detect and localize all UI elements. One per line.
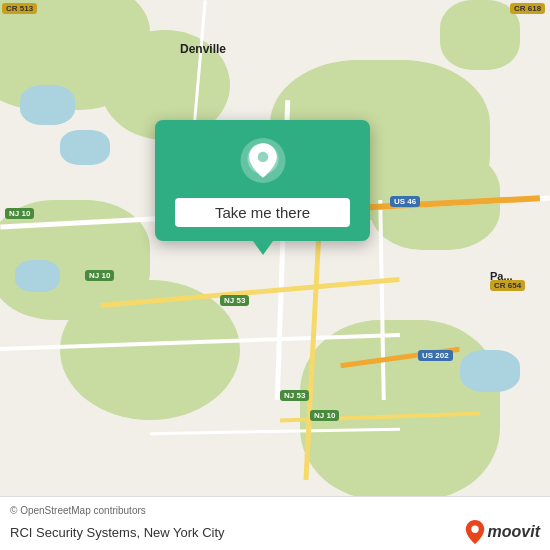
road-label-us46: US 46	[390, 196, 420, 206]
location-name: RCI Security Systems, New York City	[10, 525, 225, 540]
take-me-there-button[interactable]: Take me there	[175, 198, 350, 227]
road-label-nj10-right: NJ 10	[310, 410, 339, 420]
road-label-cr513: CR 513	[2, 3, 37, 13]
road-label-nj10-mid: NJ 10	[85, 270, 114, 280]
attribution: © OpenStreetMap contributors	[10, 505, 540, 516]
place-denville: Denville	[180, 42, 226, 56]
water-body	[15, 260, 60, 292]
moovit-logo: moovit	[465, 520, 540, 544]
moovit-text: moovit	[488, 523, 540, 541]
location-info: RCI Security Systems, New York City moov…	[10, 520, 540, 544]
place-parsippany: Pa...	[490, 270, 513, 282]
svg-point-2	[471, 526, 478, 533]
location-pin-icon	[237, 138, 289, 190]
road-label-us202: US 202	[418, 350, 453, 360]
road-label-nj53-bot: NJ 53	[280, 390, 309, 400]
popup-card: Take me there	[155, 120, 370, 241]
road-label-cr618: CR 618	[510, 3, 545, 13]
water-body	[20, 85, 75, 125]
water-body	[460, 350, 520, 392]
green-area	[440, 0, 520, 70]
bottom-bar: © OpenStreetMap contributors RCI Securit…	[0, 496, 550, 550]
road-label-nj10-left: NJ 10	[5, 208, 34, 218]
water-body	[60, 130, 110, 165]
road-label-nj53-top: NJ 53	[220, 295, 249, 305]
map-container: CR 513 CR 618 US 46 NJ 10 NJ 10 NJ 10 NJ…	[0, 0, 550, 550]
moovit-pin-icon	[465, 520, 485, 544]
